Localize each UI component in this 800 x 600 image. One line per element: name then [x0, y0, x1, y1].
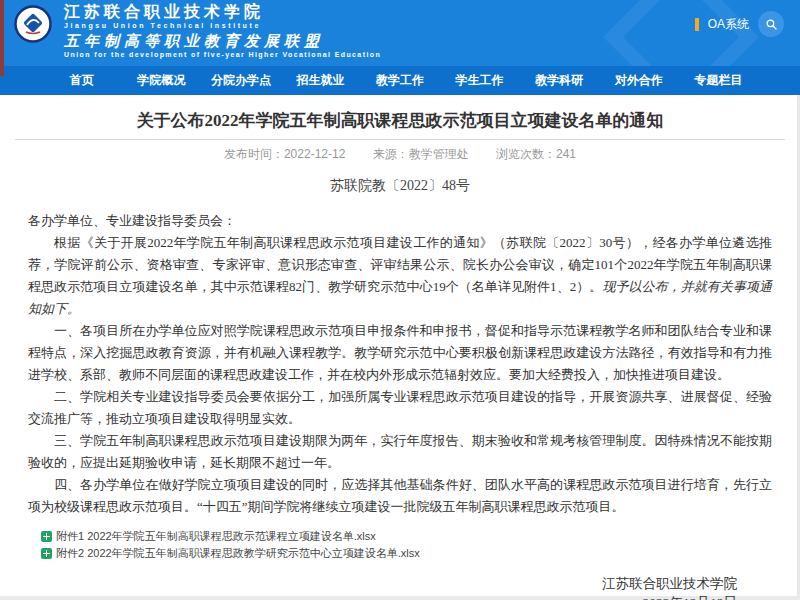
excel-file-icon — [41, 548, 52, 559]
page: 江苏联合职业技术学院 Jiangsu Union Technical Insti… — [0, 0, 800, 600]
intro-paragraph: 根据《关于开展2022年学院五年制高职课程思政示范项目建设工作的通知》（苏联院〔… — [28, 232, 772, 320]
publish-time-value: 2022-12-12 — [284, 147, 345, 161]
oa-accent-bar — [695, 18, 699, 31]
search-icon — [765, 18, 778, 31]
page-title: 关于公布2022年学院五年制高职课程思政示范项目立项建设名单的通知 — [55, 109, 745, 132]
union-name-cn: 五年制高等职业教育发展联盟 — [64, 34, 381, 49]
attachments: 附件1 2022年学院五年制高职课程思政示范课程立项建设名单.xlsx 附件2 … — [41, 528, 785, 562]
view-count: 浏览次数：241 — [496, 147, 576, 161]
left-edge-strip — [0, 0, 4, 76]
main-nav: 首页 学院概况 分院办学点 招生就业 教学工作 学生工作 教学科研 对外合作 专… — [0, 66, 800, 95]
nav-item-student-affairs[interactable]: 学生工作 — [440, 66, 520, 95]
nav-item-special-columns[interactable]: 专题栏目 — [679, 66, 759, 95]
site-name-cn: 江苏联合职业技术学院 — [64, 4, 381, 20]
paragraph-item-1: 一、各项目所在办学单位应对照学院课程思政示范项目申报条件和申报书，督促和指导示范… — [28, 320, 772, 386]
header-utilities: OA系统 — [695, 11, 784, 37]
view-count-value: 241 — [556, 147, 576, 161]
nav-item-cooperation[interactable]: 对外合作 — [599, 66, 679, 95]
article-body: 各办学单位、专业建设指导委员会： 根据《关于开展2022年学院五年制高职课程思政… — [28, 210, 772, 518]
search-button[interactable] — [758, 11, 784, 37]
brand-block: 江苏联合职业技术学院 Jiangsu Union Technical Insti… — [64, 4, 381, 58]
site-header: 江苏联合职业技术学院 Jiangsu Union Technical Insti… — [0, 0, 800, 66]
salutation: 各办学单位、专业建设指导委员会： — [28, 210, 772, 232]
nav-item-teaching[interactable]: 教学工作 — [360, 66, 440, 95]
paragraph-item-2: 二、学院相关专业建设指导委员会要依据分工，加强所属专业课程思政示范项目建设的指导… — [28, 386, 772, 430]
signature-block: 江苏联合职业技术学院 2022年12月12日 — [15, 574, 785, 600]
oa-system-link[interactable]: OA系统 — [708, 16, 749, 33]
signature-org: 江苏联合职业技术学院 — [15, 574, 737, 593]
publish-time-label: 发布时间： — [224, 147, 284, 161]
nav-item-home[interactable]: 首页 — [42, 66, 122, 95]
nav-item-research[interactable]: 教学科研 — [519, 66, 599, 95]
article: 关于公布2022年学院五年制高职课程思政示范项目立项建设名单的通知 发布时间：2… — [0, 95, 800, 600]
source-label: 来源： — [373, 147, 409, 161]
nav-item-admissions[interactable]: 招生就业 — [281, 66, 361, 95]
site-name-en: Jiangsu Union Technical Institute — [64, 22, 381, 29]
nav-item-overview[interactable]: 学院概况 — [122, 66, 202, 95]
excel-file-icon — [41, 531, 52, 542]
attachment-link-1[interactable]: 附件1 2022年学院五年制高职课程思政示范课程立项建设名单.xlsx — [41, 528, 785, 545]
title-divider — [15, 139, 785, 140]
document-number: 苏联院教〔2022〕48号 — [15, 177, 785, 195]
union-name-en: Union for the development of five-year H… — [64, 51, 381, 58]
school-logo[interactable] — [14, 5, 52, 43]
source: 来源：教学管理处 — [373, 147, 469, 161]
school-logo-emblem-icon — [14, 5, 52, 43]
attachment-label: 附件2 2022年学院五年制高职课程思政教学研究示范中心立项建设名单.xlsx — [56, 545, 420, 562]
attachment-label: 附件1 2022年学院五年制高职课程思政示范课程立项建设名单.xlsx — [56, 528, 376, 545]
nav-item-campuses[interactable]: 分院办学点 — [201, 66, 281, 95]
source-value: 教学管理处 — [409, 147, 469, 161]
paragraph-item-3: 三、学院五年制高职课程思政示范项目建设期限为两年，实行年度报告、期末验收和常规考… — [28, 430, 772, 474]
signature-date: 2022年12月12日 — [15, 593, 737, 600]
article-meta: 发布时间：2022-12-12 来源：教学管理处 浏览次数：241 — [15, 146, 785, 162]
paragraph-item-4: 四、各办学单位在做好学院立项项目建设的同时，应选择其他基础条件好、团队水平高的课… — [28, 474, 772, 518]
publish-time: 发布时间：2022-12-12 — [224, 147, 345, 161]
attachment-link-2[interactable]: 附件2 2022年学院五年制高职课程思政教学研究示范中心立项建设名单.xlsx — [41, 545, 785, 562]
view-count-label: 浏览次数： — [496, 147, 556, 161]
